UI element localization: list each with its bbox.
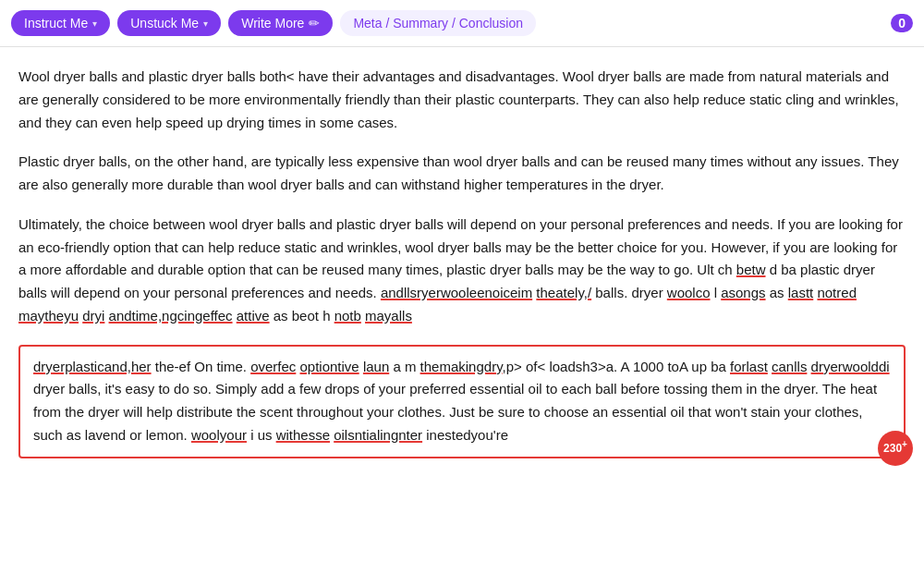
toolbar: Instruct Me ▾ Unstuck Me ▾ Write More ✏ … xyxy=(0,0,924,47)
paragraph-3-end2: i us xyxy=(247,427,276,443)
paragraph-3-mid5: as xyxy=(766,285,788,300)
meta-summary-button[interactable]: Meta / Summary / Conclusion xyxy=(340,10,536,36)
paragraph-3-mid3: balls. dryer xyxy=(591,285,667,300)
word-forlast: forlast xyxy=(730,359,768,374)
grid-icon-button[interactable] xyxy=(852,7,883,39)
word-themakingdry: themakingdry xyxy=(420,359,503,374)
shield-icon-button[interactable] xyxy=(813,7,845,39)
word-lastt: lastt xyxy=(788,285,814,300)
paragraph-1-text: Wool dryer balls and plastic dryer balls… xyxy=(18,68,899,130)
word-woolyour: woolyour xyxy=(191,427,247,443)
paragraph-3: Ultimately, the choice between wool drye… xyxy=(18,214,906,328)
badge-plus: + xyxy=(902,439,907,449)
word-betw: betw xyxy=(736,262,766,277)
corner-badge: 230+ xyxy=(878,431,913,466)
word-ngcingeffec: ngcingeffec xyxy=(162,308,232,324)
word-notb: notb xyxy=(334,308,361,324)
word-optiontive: optiontive xyxy=(300,359,359,374)
word-oilsntialingnter: oilsntialingnter xyxy=(334,427,422,443)
word-laun: laun xyxy=(363,359,389,374)
word-asongs: asongs xyxy=(721,285,765,300)
paragraph-3-end4: inestedyou're xyxy=(422,427,508,443)
word-dryerplasticand: dryerplasticand, xyxy=(33,359,131,374)
highlighted-section: dryerplasticand,her the-ef On time. over… xyxy=(18,345,906,458)
unstuck-chevron-icon: ▾ xyxy=(203,18,208,29)
word-andtime: andtime, xyxy=(109,308,163,324)
word-theately: theately,/ xyxy=(536,285,591,300)
instruct-me-label: Instruct Me xyxy=(24,16,88,31)
write-more-button[interactable]: Write More ✏ xyxy=(228,10,333,36)
word-canlls: canlls xyxy=(772,359,807,374)
paragraph-3-mid16: a m xyxy=(389,359,419,374)
content-area: Wool dryer balls and plastic dryer balls… xyxy=(0,47,924,477)
word-overfec: overfec xyxy=(250,359,296,374)
write-more-icon: ✏ xyxy=(309,16,320,31)
write-more-label: Write More xyxy=(241,16,304,31)
word-woolco: woolco xyxy=(667,285,711,300)
paragraph-2: Plastic dryer balls, on the other hand, … xyxy=(18,151,906,197)
instruct-chevron-icon: ▾ xyxy=(92,18,97,29)
instruct-me-button[interactable]: Instruct Me ▾ xyxy=(11,10,110,36)
paragraph-3-mid4: l xyxy=(711,285,722,300)
word-andllsryerwooleenoiceim: andllsryerwooleenoiceim xyxy=(381,285,532,300)
paragraph-3-mid17: ,p> of< loadsh3>a. A 1000 toA up ba xyxy=(503,359,730,374)
paragraph-1: Wool dryer balls and plastic dryer balls… xyxy=(18,66,906,134)
word-notred: notred xyxy=(817,285,857,300)
paragraph-3-mid11: as beot h xyxy=(270,308,334,324)
word-mayalls: mayalls xyxy=(365,308,412,324)
word-dryerwoolddi: dryerwoolddi xyxy=(811,359,890,374)
unstuck-me-button[interactable]: Unstuck Me ▾ xyxy=(117,10,221,36)
paragraph-2-text: Plastic dryer balls, on the other hand, … xyxy=(18,153,899,192)
badge-count: 230+ xyxy=(883,437,907,458)
count-badge: 0 xyxy=(891,14,913,32)
word-withesse: withesse xyxy=(276,427,330,443)
toolbar-right: 0 xyxy=(813,7,913,39)
word-her: her xyxy=(131,359,152,374)
word-maytheyu: maytheyu xyxy=(18,308,79,324)
meta-summary-label: Meta / Summary / Conclusion xyxy=(353,16,523,31)
word-attive: attive xyxy=(237,308,270,324)
word-dryi: dryi xyxy=(82,308,104,324)
unstuck-me-label: Unstuck Me xyxy=(130,16,199,31)
paragraph-3-mid13: the-ef On time. xyxy=(152,359,251,374)
